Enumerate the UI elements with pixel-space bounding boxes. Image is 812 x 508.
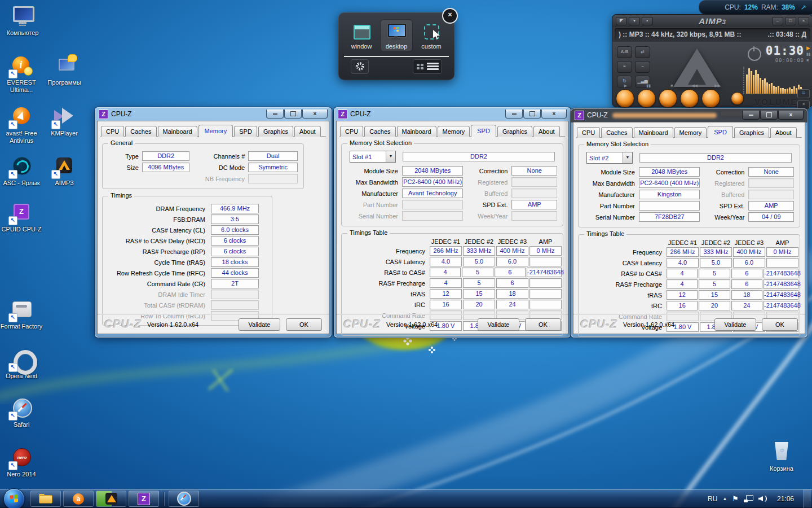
show-desktop-button[interactable] [804, 489, 811, 508]
capture-mode-desktop[interactable]: desktop [380, 19, 413, 52]
chevron-down-icon[interactable]: ▼ [386, 151, 395, 162]
timing-field: 6 clocks [211, 236, 259, 246]
slot-select[interactable]: Slot #1 ▼ [350, 151, 396, 163]
taskbar-avast-button[interactable]: a [63, 491, 94, 507]
eject-button[interactable] [731, 92, 744, 105]
tab-mainboard[interactable]: Mainboard [634, 127, 673, 138]
tab-memory[interactable]: Memory [198, 125, 233, 137]
tab-graphics[interactable]: Graphics [734, 127, 769, 138]
aimp-options-button[interactable]: ▾ [629, 17, 640, 25]
minimize-button[interactable] [266, 110, 284, 119]
desktop-icon-kmplayer[interactable]: ↖ KMPlayer [43, 105, 86, 137]
hidden-icons-chevron[interactable]: ▲ [722, 496, 727, 501]
ok-button[interactable]: OK [762, 318, 798, 331]
tab-cpu[interactable]: CPU [340, 126, 363, 137]
validate-button[interactable]: Validate [239, 318, 280, 331]
playlist-button[interactable]: ≡ [617, 61, 632, 73]
stop-button[interactable] [659, 89, 677, 108]
version-text: Version 1.62.0.x64 [623, 321, 674, 328]
aimp-maximize-button[interactable]: □ [785, 17, 796, 25]
power-icon[interactable] [748, 47, 761, 61]
tab-mainboard[interactable]: Mainboard [158, 126, 197, 137]
close-button[interactable]: × [778, 111, 804, 120]
taskbar-aimp-button[interactable] [96, 491, 126, 507]
next-button[interactable] [701, 89, 720, 108]
action-center-flag-icon[interactable]: ⚑ [732, 494, 739, 503]
desktop-icon-programs[interactable]: Программы [43, 54, 86, 86]
start-button[interactable] [3, 488, 25, 508]
aimp-compact-button[interactable]: ▪ [642, 17, 653, 25]
playlist-panel-button[interactable]: ⁞⁞⁞ [797, 89, 810, 98]
titlebar[interactable]: Z CPU-Z × [336, 107, 568, 121]
network-icon[interactable] [744, 495, 753, 502]
pause-button[interactable] [637, 89, 656, 108]
close-icon[interactable]: × [442, 8, 458, 24]
tab-spd[interactable]: SPD [234, 126, 257, 137]
shuffle-button[interactable]: ⇄ [635, 46, 650, 58]
aimp-pin-button[interactable]: ◤ [616, 17, 627, 25]
close-button[interactable]: × [541, 110, 567, 119]
cpu-ram-gadget[interactable]: CPU: 12% RAM: 38% ↗ [699, 0, 812, 15]
desktop-icon-nero[interactable]: nero↖ Nero 2014 [0, 446, 43, 478]
capture-mode-custom[interactable]: custom [415, 19, 448, 52]
aimp-close-button[interactable]: × [798, 17, 809, 25]
maximize-button[interactable] [284, 110, 302, 119]
desktop-icon-recycle-bin[interactable]: ♲ Корзина [760, 440, 803, 472]
minimize-button[interactable] [742, 111, 760, 120]
desktop-icon-everest[interactable]: i↖ EVEREST Ultima... [0, 54, 43, 94]
tab-graphics[interactable]: Graphics [258, 126, 293, 137]
tab-spd[interactable]: SPD [471, 125, 496, 137]
minimize-button[interactable] [505, 110, 523, 119]
play-button[interactable] [616, 89, 634, 108]
taskbar-safari-button[interactable] [169, 491, 199, 507]
tab-about[interactable]: About [770, 127, 797, 138]
desktop-icon-computer[interactable]: Компьютер [1, 5, 44, 37]
tab-memory[interactable]: Memory [438, 126, 470, 137]
equalizer-button[interactable]: ~ [635, 61, 650, 73]
volume-icon[interactable] [758, 495, 767, 502]
capture-mode-window[interactable]: window [345, 19, 378, 52]
language-indicator[interactable]: RU [708, 495, 717, 503]
titlebar[interactable]: Z CPU-Z × [573, 108, 805, 122]
tab-caches[interactable]: Caches [125, 126, 156, 137]
tab-about[interactable]: About [294, 126, 321, 137]
maximize-button[interactable] [523, 110, 541, 119]
tab-cpu[interactable]: CPU [101, 126, 124, 137]
taskbar-explorer-button[interactable] [30, 491, 61, 507]
aimp-minimize-button[interactable]: ‒ [772, 17, 783, 25]
settings-button[interactable] [351, 59, 369, 74]
desktop-icon-cpuz[interactable]: Z↖ CPUID CPU-Z [0, 201, 43, 233]
clock[interactable]: 21:06 [777, 495, 794, 503]
ok-button[interactable]: OK [286, 318, 322, 331]
module-size-field: 2048 MBytes [402, 166, 463, 176]
validate-button[interactable]: Validate [478, 318, 519, 331]
tab-caches[interactable]: Caches [364, 126, 395, 137]
layout-menu-button[interactable] [413, 59, 442, 74]
ok-button[interactable]: OK [525, 318, 561, 331]
desktop-icon-asc[interactable]: ↖ ASC - Ярлык [0, 155, 43, 187]
chevron-down-icon[interactable]: ▼ [623, 152, 632, 163]
desktop-icon-safari[interactable]: ↖ Safari [0, 396, 43, 428]
validate-button[interactable]: Validate [714, 318, 756, 331]
tab-cpu[interactable]: CPU [577, 127, 600, 138]
previous-button[interactable] [680, 89, 699, 108]
slot-select[interactable]: Slot #2 ▼ [586, 152, 633, 164]
tab-graphics[interactable]: Graphics [497, 126, 532, 137]
tab-about[interactable]: About [533, 126, 560, 137]
desktop-icon-aimp3[interactable]: ↖ AIMP3 [43, 155, 86, 187]
aimp-titlebar[interactable]: ◤ ▾ ▪ AIMP3 ‒ □ × [612, 15, 812, 27]
taskbar-cpuz-button[interactable]: Z [129, 491, 159, 507]
tab-memory[interactable]: Memory [674, 127, 707, 138]
maximize-button[interactable] [760, 111, 778, 120]
close-button[interactable]: × [302, 110, 328, 119]
expand-arrow-icon[interactable]: ↗ [801, 3, 806, 11]
tab-mainboard[interactable]: Mainboard [397, 126, 436, 137]
desktop-icon-avast[interactable]: ↖ avast! Free Antivirus [0, 105, 43, 144]
tab-caches[interactable]: Caches [601, 127, 632, 138]
titlebar[interactable]: Z CPU-Z × [97, 107, 329, 121]
ab-repeat-button[interactable]: A-B [617, 46, 632, 58]
cell: 15 [463, 289, 495, 299]
tab-spd[interactable]: SPD [708, 126, 733, 138]
desktop-icon-opera[interactable]: ↖ Opera Next [0, 348, 43, 380]
desktop-icon-format-factory[interactable]: ↖ Format Factory [0, 298, 43, 330]
